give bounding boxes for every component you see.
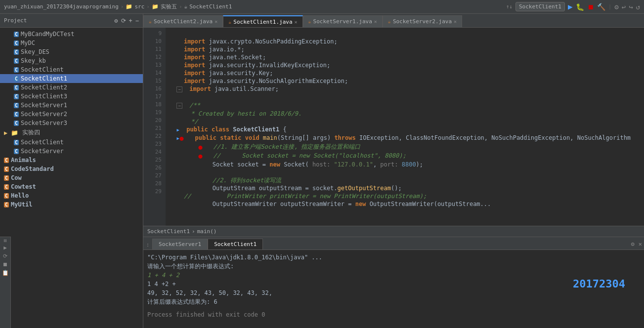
- sidebar-item-socketclient1[interactable]: C SocketClient1: [0, 74, 143, 83]
- run-button[interactable]: ▶: [568, 2, 573, 11]
- sidebar-item-socketclient-exp4[interactable]: C SocketClient: [0, 138, 143, 147]
- item-label: CodeStandard: [11, 165, 54, 172]
- sidebar-item-animals[interactable]: C Animals: [0, 156, 143, 164]
- editor-breadcrumb: SocketClient1 › main(): [143, 226, 644, 237]
- breadcrumb-file-label: SocketClient1: [147, 228, 190, 235]
- console-output: "C:\Program Files\Java\jdk1.8.0_162\bin\…: [143, 250, 644, 322]
- java-icon: ☕: [308, 19, 311, 24]
- forward-button[interactable]: ↪: [629, 3, 633, 11]
- sidebar-item-socketserver2[interactable]: C SocketServer2: [0, 110, 143, 119]
- console-close-icon[interactable]: ✕: [637, 239, 644, 249]
- code-line-17: − /**: [170, 102, 200, 109]
- class-icon: C: [4, 158, 9, 163]
- code-line-28: // PrintWriter printWriter = new PrintWr…: [170, 193, 427, 200]
- code-line-16: [170, 94, 173, 101]
- class-icon: C: [14, 41, 19, 46]
- tab-socketclient2[interactable]: ☕ SocketClient2.java ✕: [143, 15, 223, 27]
- close-icon[interactable]: ✕: [454, 19, 457, 24]
- breadcrumb-sep2: ›: [146, 3, 150, 10]
- sidebar-item-socketserver-exp4[interactable]: C SocketServer: [0, 147, 143, 156]
- item-label: Animals: [11, 157, 36, 164]
- breadcrumb-icon-exp: 📁: [152, 3, 159, 10]
- sidebar-item-socketclient3[interactable]: C SocketClient3: [0, 92, 143, 101]
- sidebar-item-socketserver3[interactable]: C SocketServer3: [0, 119, 143, 127]
- tab-socketserver2[interactable]: ☕ SocketServer2.java ✕: [383, 15, 462, 27]
- console-line-blank: [147, 306, 640, 310]
- run-tab-indicator: :: [143, 240, 152, 249]
- sidebar-item-socketclient2[interactable]: C SocketClient2: [0, 83, 143, 92]
- debug-button[interactable]: 🐛: [576, 3, 584, 11]
- editor-tabs: ☕ SocketClient2.java ✕ ☕ SocketClient1.j…: [143, 14, 644, 28]
- minus-icon[interactable]: −: [135, 17, 139, 24]
- run-tabs: : SocketServer1 SocketClient1 ⚙ ✕: [143, 237, 644, 250]
- class-icon: C: [4, 166, 9, 172]
- close-icon[interactable]: ✕: [215, 19, 217, 24]
- code-line-26: //2. 得到socket读写流: [170, 177, 281, 184]
- code-editor[interactable]: import javax.crypto.NoSuchPaddingExcepti…: [166, 28, 644, 226]
- console-btn4[interactable]: ⏹: [2, 261, 8, 268]
- run-tab-socketserver1[interactable]: SocketServer1: [152, 239, 208, 249]
- sidebar-item-codestandard[interactable]: C CodeStandard: [0, 164, 143, 173]
- toolbar-right: ↑↓ SocketClient1 ▶ 🐛 ⏹ 🔨 | ⚙ ↩ ↪ ↺: [506, 2, 640, 11]
- console-btn3[interactable]: ⟳: [3, 253, 7, 259]
- console-btn1[interactable]: ≡: [2, 239, 8, 243]
- console-settings-icon[interactable]: ⚙: [629, 239, 637, 249]
- class-icon: C: [14, 94, 19, 99]
- sidebar-item-cowtest[interactable]: C Cowtest: [0, 182, 143, 191]
- sync-icon[interactable]: ⟳: [121, 17, 126, 24]
- plus-icon[interactable]: +: [129, 17, 132, 24]
- breadcrumb-exp: 实验五: [161, 3, 177, 10]
- sidebar-item-myutil[interactable]: C MyUtil: [0, 200, 143, 209]
- console-line-finish: Process finished with exit code 0: [147, 310, 640, 319]
- sidebar-item-skey-kb[interactable]: C Skey_kb: [0, 56, 143, 65]
- item-label: Skey_kb: [21, 57, 46, 64]
- code-line-20: ▶ public class SocketClient1 {: [170, 126, 287, 133]
- class-icon: C: [14, 85, 19, 90]
- sidebar-item-skey-des[interactable]: C Skey_DES: [0, 47, 143, 56]
- console-line-output1: 1 4 +2 + 20172304: [147, 280, 640, 288]
- sidebar-item-mybcmydctest[interactable]: C MyBCandMyDCTest: [0, 30, 143, 39]
- item-label: 实验四: [22, 128, 40, 137]
- sidebar-item-socketclient[interactable]: C SocketClient: [0, 65, 143, 74]
- breadcrumb-project: yuan_zhixuan_20172304javaprograming: [4, 3, 119, 10]
- sidebar-item-cow[interactable]: C Cow: [0, 173, 143, 182]
- back-button[interactable]: ↩: [622, 3, 626, 11]
- build-button[interactable]: 🔨: [597, 3, 605, 11]
- prompt-text: 请输入一个想计算的中缀表达式:: [147, 263, 234, 270]
- run-config-select[interactable]: SocketClient1: [515, 2, 565, 11]
- rerun-button[interactable]: ↺: [636, 3, 640, 11]
- console-btn2[interactable]: ▶: [3, 245, 7, 251]
- console-line-input1: 1 + 4 + 2: [147, 271, 640, 280]
- tab-socketserver1[interactable]: ☕ SocketServer1.java ✕: [303, 15, 383, 27]
- sidebar-item-folder-exp4[interactable]: ▶ 📁 实验四: [0, 127, 143, 138]
- close-icon[interactable]: ✕: [374, 19, 377, 24]
- close-icon[interactable]: ✕: [295, 19, 298, 25]
- java-icon: ☕: [149, 19, 152, 24]
- gear-icon[interactable]: ⚙: [114, 17, 118, 24]
- console-btn5[interactable]: 📋: [2, 270, 9, 276]
- tab-socketclient1[interactable]: ☕ SocketClient1.java ✕: [223, 15, 302, 27]
- code-line-13: import java.security.Key;: [170, 70, 273, 77]
- code-line-29: OutputStreamWriter outputStreamWriter = …: [170, 201, 491, 207]
- stop-button[interactable]: ⏹: [587, 3, 594, 11]
- sidebar-item-socketserver1[interactable]: C SocketServer1: [0, 101, 143, 110]
- sidebar-title: Project: [4, 17, 27, 24]
- code-line-9: import javax.crypto.NoSuchPaddingExcepti…: [170, 38, 338, 45]
- run-tab-socketclient1[interactable]: SocketClient1: [208, 239, 263, 249]
- console-left-buttons: ≡ ▶ ⟳ ⏹ 📋: [0, 237, 11, 328]
- class-icon: C: [4, 184, 9, 190]
- sidebar-item-hello[interactable]: C Hello: [0, 191, 143, 200]
- item-label: Cowtest: [11, 183, 36, 190]
- watermark: 20172304: [573, 280, 625, 288]
- class-icon: C: [14, 112, 19, 117]
- folder-icon: ▶ 📁: [4, 129, 18, 136]
- item-label: SocketClient: [21, 66, 64, 73]
- tab-label: SocketServer2.java: [393, 18, 452, 25]
- code-line-19: */: [170, 118, 198, 125]
- class-icon: C: [14, 76, 19, 82]
- tab-label: SocketClient2.java: [154, 18, 213, 25]
- settings-button[interactable]: ⚙: [614, 3, 618, 11]
- tab-label: SocketClient1.java: [233, 19, 292, 25]
- breadcrumb-icon-file: ☕: [184, 3, 188, 10]
- sidebar-item-mydc[interactable]: C MyDC: [0, 39, 143, 47]
